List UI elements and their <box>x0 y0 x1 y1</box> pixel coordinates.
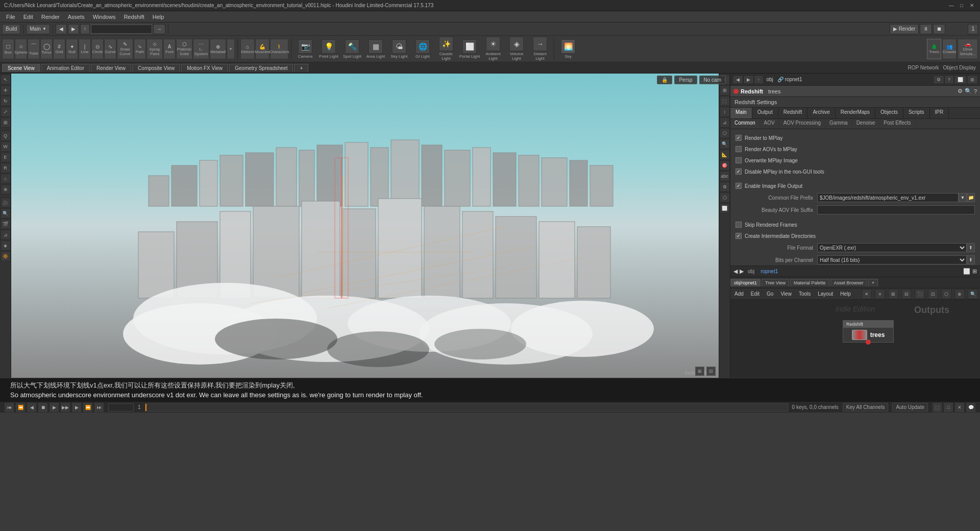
maximize-button[interactable]: □ <box>958 2 966 10</box>
modify-characters[interactable]: 🚶 Characters <box>270 39 288 59</box>
nav-up[interactable]: ↑ <box>80 24 90 34</box>
ne-help[interactable]: Help <box>838 291 853 297</box>
vp-right-2[interactable]: ⊞ <box>720 85 730 95</box>
sidebar-7[interactable]: Q <box>1 131 11 141</box>
close-button[interactable]: ✕ <box>968 2 976 10</box>
vp-right-10[interactable]: abc <box>720 171 730 181</box>
ne-add[interactable]: Add <box>732 291 746 297</box>
vp-right-9[interactable]: 🎯 <box>720 160 730 171</box>
create-curve[interactable]: ∿ Curve <box>104 39 116 59</box>
drive-simula-btn[interactable]: 🚗 Drive Simula... <box>958 39 978 59</box>
bottom-icon-4[interactable]: 💬 <box>966 402 976 413</box>
rs-tab-scripts[interactable]: Scripts <box>903 108 930 118</box>
play-next[interactable]: ▶ <box>71 402 82 413</box>
sidebar-9[interactable]: E <box>1 152 11 162</box>
timeline[interactable] <box>145 403 788 412</box>
create-spray[interactable]: ⊹ Spray Paint <box>146 39 163 59</box>
ne-go[interactable]: Go <box>765 291 775 297</box>
rp-forward[interactable]: ▶ <box>744 76 753 83</box>
ne-tab-add[interactable]: + <box>868 279 878 286</box>
vp-ctrl-2[interactable]: ⊟ <box>706 367 716 376</box>
vp-right-12[interactable]: ⬡ <box>720 192 730 203</box>
bits-stepper[interactable]: ⬆ <box>967 255 975 264</box>
create-torus[interactable]: ◯ Torus <box>40 39 53 59</box>
modify-deform[interactable]: ⌂ Deform <box>240 39 255 59</box>
vp-right-4[interactable]: ↕ <box>720 107 730 117</box>
light-distant[interactable]: → Distant Light <box>529 37 551 61</box>
tab-geometry-spreadsheet[interactable]: Geometry Spreadsheet <box>229 64 293 72</box>
rs-help[interactable]: ? <box>974 88 977 94</box>
rs-search[interactable]: 🔍 <box>965 88 972 94</box>
tab-add[interactable]: + <box>294 64 308 72</box>
rs-tab-redshift[interactable]: Redshift <box>778 108 808 118</box>
rp-settings[interactable]: ⚙ <box>934 76 943 83</box>
sidebar-17[interactable]: ◈ <box>1 240 11 251</box>
tab-animation-editor[interactable]: Animation Editor <box>41 64 90 72</box>
sidebar-16[interactable]: ⊿ <box>1 230 11 240</box>
light-gi[interactable]: 🌐 GI Light <box>411 39 434 59</box>
sidebar-scale[interactable]: ⤢ <box>1 107 11 117</box>
create-null[interactable]: ✦ Null <box>66 39 78 59</box>
nav-forward[interactable]: ▶ <box>68 24 79 34</box>
create-more[interactable]: + <box>227 39 235 59</box>
bottom-icon-3[interactable]: ✕ <box>954 402 965 413</box>
sidebar-13[interactable]: 🎥 <box>1 198 11 208</box>
menu-help[interactable]: Help <box>149 13 168 21</box>
rs-subtab-common[interactable]: Common <box>730 119 760 129</box>
input-beauty-suffix[interactable] <box>817 205 975 214</box>
create-box[interactable]: □ Box <box>2 39 14 59</box>
checkbox-create-dirs[interactable] <box>736 233 742 239</box>
rs-tab-rendermaps[interactable]: RenderMaps <box>836 108 875 118</box>
sidebar-14[interactable]: 🔍 <box>1 208 11 219</box>
sidebar-15[interactable]: 🎬 <box>1 219 11 229</box>
rs-tab-archive[interactable]: Archive <box>807 108 835 118</box>
rp-back[interactable]: ◀ <box>733 76 742 83</box>
lock-button[interactable]: 🔒 <box>657 76 672 84</box>
ne-tools[interactable]: Tools <box>797 291 813 297</box>
frame-num[interactable]: 1 <box>968 24 978 34</box>
sidebar-transform[interactable]: ⊞ <box>1 117 11 128</box>
ne-edit[interactable]: Edit <box>749 291 762 297</box>
modify-muscles[interactable]: 💪 Muscles <box>255 39 270 59</box>
build-button[interactable]: Build <box>2 24 20 34</box>
rs-node[interactable]: Redshift trees <box>843 320 894 343</box>
tab-render-view[interactable]: Render View <box>91 64 131 72</box>
ne-layout[interactable]: Layout <box>816 291 835 297</box>
select-file-format[interactable]: OpenEXR (.exr) PNG JPEG TIFF <box>817 243 967 252</box>
ne-back[interactable]: ◀ <box>733 268 738 275</box>
play-prev[interactable]: ◀ <box>27 402 37 413</box>
ne-tab-asset-browser[interactable]: Asset Browser <box>830 279 867 286</box>
create-font[interactable]: A Font <box>163 39 176 59</box>
trees-btn[interactable]: 🌲 Trees <box>927 39 941 59</box>
crowds-btn[interactable]: 👥 Crowds <box>942 39 957 59</box>
sidebar-rotate[interactable]: ↻ <box>1 96 11 106</box>
sidebar-18[interactable]: 🔆 <box>1 251 11 261</box>
vp-ctrl-1[interactable]: ⊞ <box>695 367 704 376</box>
checkbox-disable-mplay[interactable] <box>736 168 742 175</box>
nav-back[interactable]: ◀ <box>56 24 67 34</box>
create-platonic[interactable]: ⬡ Platonic Solid <box>176 39 192 59</box>
create-path[interactable]: ⤷ Path <box>134 39 146 59</box>
rs-tab-main[interactable]: Main <box>730 108 752 118</box>
checkbox-skip-frames[interactable] <box>736 222 742 228</box>
ne-icon-5[interactable]: ⬛ <box>915 289 925 299</box>
minimize-button[interactable]: — <box>947 2 955 10</box>
menu-file[interactable]: File <box>2 13 19 21</box>
vp-right-3[interactable]: ⬚ <box>720 96 730 106</box>
light-area[interactable]: ▦ Area Light <box>364 39 387 59</box>
create-metaball[interactable]: ⊕ Metaball <box>210 39 226 59</box>
ne-view[interactable]: View <box>778 291 794 297</box>
vp-right-11[interactable]: ⚙ <box>720 182 730 192</box>
create-circle[interactable]: ⊙ Circle <box>91 39 104 59</box>
play-play[interactable]: ▶ <box>49 402 59 413</box>
checkbox-enable-image[interactable] <box>736 183 742 189</box>
ne-icon-3[interactable]: ⊞ <box>888 289 898 299</box>
rs-tab-output[interactable]: Output <box>752 108 778 118</box>
create-grid[interactable]: # Grid <box>53 39 65 59</box>
ne-tab-ropnet[interactable]: obj/ropnet1 <box>730 279 761 286</box>
select-bits[interactable]: Half float (16 bits) Float (32 bits) 8 b… <box>817 255 967 264</box>
vp-right-8[interactable]: 📐 <box>720 150 730 160</box>
prefix-file[interactable]: 📁 <box>967 193 975 202</box>
key-all-channels[interactable]: Key All Channels <box>843 403 889 412</box>
menu-windows[interactable]: Windows <box>89 13 120 21</box>
